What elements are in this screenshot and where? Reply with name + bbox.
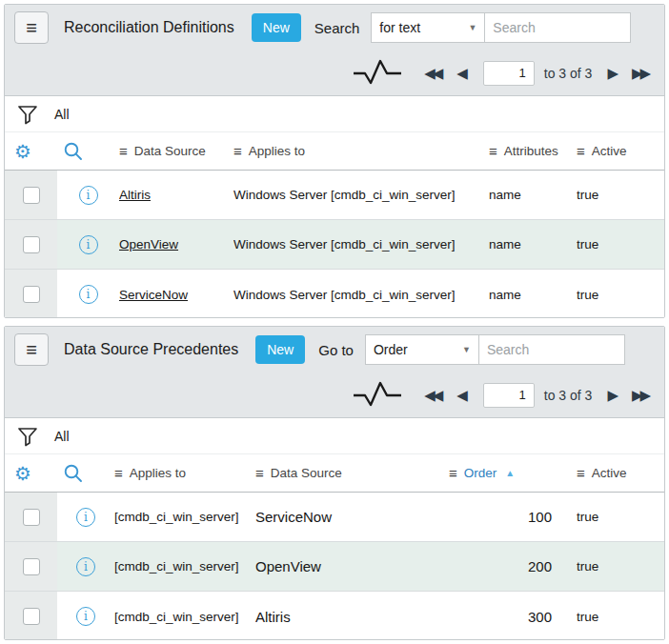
- active-value: true: [558, 559, 664, 574]
- table-row: i [cmdb_ci_win_server] Altiris 300 true: [5, 592, 664, 640]
- info-icon[interactable]: i: [76, 557, 95, 576]
- row-checkbox[interactable]: [23, 509, 40, 526]
- column-header-attributes[interactable]: ≡ Attributes: [489, 143, 577, 159]
- row-checkbox[interactable]: [23, 236, 40, 253]
- pagination-bar: ◀◀ ◀ to 3 of 3 ▶ ▶▶: [5, 372, 664, 418]
- column-header-row: ⚙ ≡ Data Source ≡ Applies to ≡ Attribute…: [5, 132, 664, 171]
- column-menu-icon[interactable]: ≡: [233, 143, 242, 159]
- table-row: i ServiceNow Windows Server [cmdb_ci_win…: [5, 270, 664, 318]
- table-row: i OpenView Windows Server [cmdb_ci_win_s…: [5, 220, 664, 270]
- page-number-input[interactable]: [483, 61, 535, 86]
- first-page-button[interactable]: ◀◀: [424, 66, 440, 80]
- attributes-value: name: [489, 237, 577, 252]
- data-source-value: OpenView: [255, 558, 449, 574]
- gear-icon[interactable]: ⚙: [14, 142, 31, 161]
- data-source-link[interactable]: ServiceNow: [119, 288, 233, 302]
- applies-to-value: [cmdb_ci_win_server]: [114, 559, 255, 574]
- column-menu-icon[interactable]: ≡: [114, 465, 123, 481]
- pagination-bar: ◀◀ ◀ to 3 of 3 ▶ ▶▶: [5, 50, 664, 96]
- last-page-button[interactable]: ▶▶: [632, 66, 648, 80]
- applies-to-value: Windows Server [cmdb_ci_win_server]: [233, 237, 489, 252]
- hamburger-icon: ≡: [26, 340, 37, 359]
- data-source-link[interactable]: OpenView: [119, 237, 233, 252]
- new-button[interactable]: New: [252, 13, 301, 42]
- active-value: true: [577, 237, 664, 252]
- page: ≡ Reconciliation Definitions New Search …: [0, 0, 669, 644]
- column-header-data-source[interactable]: ≡ Data Source: [255, 465, 449, 481]
- list-header: ≡ Reconciliation Definitions New Search …: [5, 5, 664, 50]
- data-source-value: ServiceNow: [255, 509, 449, 525]
- chevron-down-icon: ▼: [468, 23, 476, 32]
- row-range-text: to 3 of 3: [544, 388, 593, 403]
- info-icon[interactable]: i: [76, 508, 95, 527]
- sort-ascending-icon: ▲: [505, 468, 515, 478]
- table-row: i [cmdb_ci_win_server] OpenView 200 true: [5, 542, 664, 592]
- column-search-icon[interactable]: [57, 463, 114, 484]
- list-header: ≡ Data Source Precedentes New Go to Orde…: [5, 327, 664, 372]
- active-value: true: [577, 288, 664, 302]
- info-icon[interactable]: i: [79, 285, 98, 304]
- column-header-applies-to[interactable]: ≡ Applies to: [233, 143, 489, 159]
- filter-funnel-icon[interactable]: [16, 103, 39, 126]
- list-menu-button[interactable]: ≡: [14, 11, 49, 44]
- activity-pulse-icon[interactable]: [352, 377, 403, 413]
- hamburger-icon: ≡: [26, 18, 37, 37]
- order-value: 200: [449, 558, 558, 574]
- breadcrumb-all[interactable]: All: [54, 429, 70, 444]
- column-header-row: ⚙ ≡ Applies to ≡ Data Source ≡ Order ▲ ≡…: [5, 454, 664, 493]
- activity-pulse-icon[interactable]: [352, 55, 403, 91]
- order-value: 100: [449, 509, 558, 525]
- filter-funnel-icon[interactable]: [16, 425, 39, 448]
- table-row: i Altiris Windows Server [cmdb_ci_win_se…: [5, 171, 664, 220]
- search-input[interactable]: [485, 12, 631, 43]
- page-title: Reconciliation Definitions: [64, 19, 234, 36]
- page-title: Data Source Precedentes: [64, 341, 238, 358]
- page-number-input[interactable]: [483, 383, 535, 408]
- next-page-button[interactable]: ▶: [607, 66, 618, 80]
- row-checkbox[interactable]: [23, 558, 40, 575]
- info-icon[interactable]: i: [79, 186, 98, 205]
- column-search-icon[interactable]: [57, 141, 119, 162]
- previous-page-button[interactable]: ◀: [456, 66, 468, 80]
- breadcrumb-all[interactable]: All: [54, 107, 70, 122]
- row-checkbox[interactable]: [23, 286, 40, 303]
- last-page-button[interactable]: ▶▶: [632, 388, 648, 402]
- applies-to-value: Windows Server [cmdb_ci_win_server]: [233, 288, 489, 302]
- reconciliation-definitions-panel: ≡ Reconciliation Definitions New Search …: [4, 4, 665, 318]
- active-value: true: [577, 188, 664, 202]
- filter-breadcrumb-row: All: [5, 96, 664, 132]
- applies-to-value: [cmdb_ci_win_server]: [114, 610, 255, 624]
- filter-breadcrumb-row: All: [5, 418, 664, 454]
- table-row: i [cmdb_ci_win_server] ServiceNow 100 tr…: [5, 493, 664, 542]
- column-menu-icon[interactable]: ≡: [255, 465, 264, 481]
- applies-to-value: [cmdb_ci_win_server]: [114, 510, 255, 524]
- next-page-button[interactable]: ▶: [607, 388, 618, 402]
- previous-page-button[interactable]: ◀: [456, 388, 468, 402]
- column-menu-icon[interactable]: ≡: [489, 143, 497, 159]
- column-header-active[interactable]: ≡ Active: [577, 143, 664, 159]
- goto-field-select[interactable]: Order ▼: [365, 334, 479, 365]
- row-checkbox[interactable]: [23, 187, 40, 204]
- search-mode-label: Search: [314, 20, 360, 36]
- column-header-active[interactable]: ≡ Active: [558, 465, 664, 481]
- search-field-select[interactable]: for text ▼: [371, 12, 485, 43]
- applies-to-value: Windows Server [cmdb_ci_win_server]: [233, 188, 489, 202]
- row-checkbox[interactable]: [23, 608, 40, 625]
- column-menu-icon[interactable]: ≡: [119, 143, 128, 159]
- column-menu-icon[interactable]: ≡: [577, 465, 585, 481]
- column-header-data-source[interactable]: ≡ Data Source: [119, 143, 233, 159]
- search-input[interactable]: [479, 334, 625, 365]
- list-menu-button[interactable]: ≡: [14, 333, 49, 366]
- column-menu-icon[interactable]: ≡: [449, 465, 457, 481]
- info-icon[interactable]: i: [76, 607, 95, 626]
- column-header-applies-to[interactable]: ≡ Applies to: [114, 465, 255, 481]
- data-source-precedentes-panel: ≡ Data Source Precedentes New Go to Orde…: [4, 326, 665, 640]
- info-icon[interactable]: i: [79, 235, 98, 254]
- gear-icon[interactable]: ⚙: [14, 464, 31, 483]
- column-header-order-sorted[interactable]: ≡ Order ▲: [449, 465, 558, 481]
- first-page-button[interactable]: ◀◀: [424, 388, 440, 402]
- data-source-link[interactable]: Altiris: [119, 188, 233, 202]
- new-button[interactable]: New: [255, 335, 305, 364]
- active-value: true: [558, 510, 664, 524]
- column-menu-icon[interactable]: ≡: [577, 143, 585, 159]
